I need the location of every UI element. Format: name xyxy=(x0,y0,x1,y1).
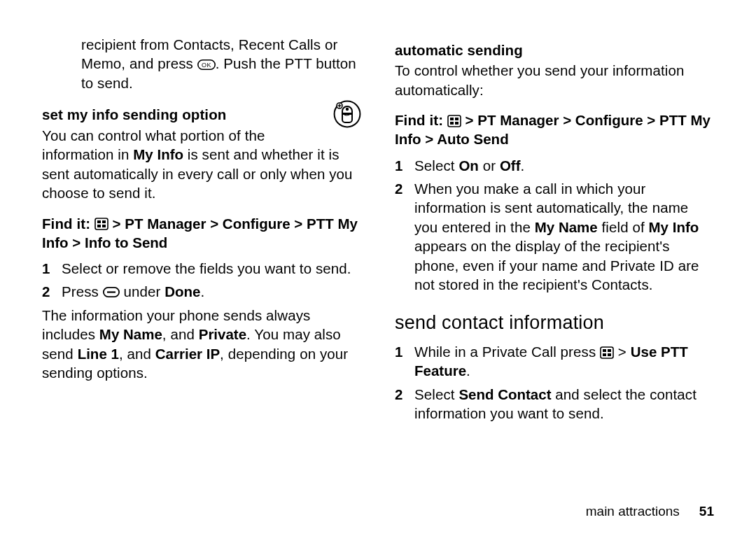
ui-label-done: Done xyxy=(164,283,200,299)
step-text: Press under Done. xyxy=(62,282,361,301)
paragraph: You can control what portion of the info… xyxy=(42,126,361,203)
find-it-label: Find it: xyxy=(42,216,94,232)
right-column: automatic sending To control whether you… xyxy=(395,35,714,508)
step-text: Select or remove the fields you want to … xyxy=(62,259,361,278)
svg-text:OK: OK xyxy=(202,62,211,69)
svg-rect-11 xyxy=(102,225,106,227)
left-column: recipient from Contacts, Recent Calls or… xyxy=(42,35,361,508)
list-item: 1 While in a Private Call press > Use PT… xyxy=(395,342,714,381)
step-number: 2 xyxy=(42,282,62,301)
svg-rect-14 xyxy=(448,115,461,127)
svg-rect-22 xyxy=(603,353,606,356)
step-text: When you make a call in which your infor… xyxy=(414,179,714,295)
ui-label-my-info: My Info xyxy=(649,219,699,235)
step-text: While in a Private Call press > Use PTT … xyxy=(414,342,714,381)
ui-label-send-contact: Send Contact xyxy=(458,386,551,402)
text: . xyxy=(200,283,204,299)
menu-key-icon xyxy=(447,115,461,127)
softkey-icon xyxy=(103,287,120,297)
list-item: 2 Select Send Contact and select the con… xyxy=(395,385,714,423)
svg-rect-8 xyxy=(97,220,101,223)
find-it-label: Find it: xyxy=(395,112,447,128)
ui-label-line1: Line 1 xyxy=(78,346,119,362)
paragraph: The information your phone sends always … xyxy=(42,306,361,383)
svg-rect-18 xyxy=(455,122,458,125)
ok-key-icon: OK xyxy=(197,59,216,70)
text: or xyxy=(479,157,500,174)
text: under xyxy=(120,283,165,299)
step-number: 1 xyxy=(42,259,62,278)
svg-rect-7 xyxy=(95,218,108,230)
manual-page: recipient from Contacts, Recent Calls or… xyxy=(0,0,756,536)
text: Press xyxy=(62,283,103,299)
ui-label-off: Off xyxy=(500,157,521,174)
svg-rect-19 xyxy=(601,347,613,358)
step-number: 1 xyxy=(395,342,414,381)
page-footer: main attractions 51 xyxy=(586,504,714,519)
svg-rect-16 xyxy=(455,118,458,120)
list-item: 1 Select or remove the fields you want t… xyxy=(42,259,361,278)
text: Select xyxy=(414,386,458,402)
step-text: Select On or Off. xyxy=(414,156,714,175)
svg-point-6 xyxy=(346,108,349,111)
svg-rect-9 xyxy=(102,220,106,223)
menu-key-icon xyxy=(600,346,614,359)
svg-rect-20 xyxy=(603,349,606,352)
text: , and xyxy=(119,346,155,362)
ui-label-private: Private xyxy=(199,326,246,342)
step-number: 2 xyxy=(395,179,414,295)
text: , and xyxy=(162,326,199,342)
ui-label-my-name: My Name xyxy=(535,219,598,235)
ordered-list: 1 Select or remove the fields you want t… xyxy=(42,259,361,302)
find-it-path: Find it: > PT Manager > Configure > PTT … xyxy=(395,111,714,148)
page-number: 51 xyxy=(699,504,714,519)
text: > xyxy=(614,344,631,360)
svg-rect-17 xyxy=(450,122,454,125)
svg-rect-10 xyxy=(97,225,101,227)
section-title: main attractions xyxy=(586,504,680,519)
svg-rect-23 xyxy=(608,353,611,356)
heading-send-contact-info: send contact information xyxy=(395,310,714,335)
menu-key-icon xyxy=(94,218,108,230)
text: Select xyxy=(414,157,458,174)
text: While in a Private Call press xyxy=(414,344,600,360)
step-number: 2 xyxy=(395,385,414,423)
list-item: 2 Press under Done. xyxy=(42,282,361,301)
text: . xyxy=(520,157,524,174)
step-text: Select Send Contact and select the conta… xyxy=(414,385,714,423)
ui-label-my-name: My Name xyxy=(99,326,162,342)
ui-label-on: On xyxy=(458,157,478,174)
svg-rect-21 xyxy=(608,349,611,352)
heading-set-my-info: set my info sending option xyxy=(42,105,361,124)
heading-automatic-sending: automatic sending xyxy=(395,41,714,59)
ordered-list: 1 While in a Private Call press > Use PT… xyxy=(395,342,714,423)
ui-label-carrier-ip: Carrier IP xyxy=(155,346,220,362)
list-item: 2 When you make a call in which your inf… xyxy=(395,179,714,295)
text: field of xyxy=(598,219,649,235)
paragraph: To control whether you send your informa… xyxy=(395,61,714,99)
text: . xyxy=(466,362,470,379)
intro-paragraph: recipient from Contacts, Recent Calls or… xyxy=(42,35,361,92)
feature-availability-icon xyxy=(333,100,361,128)
list-item: 1 Select On or Off. xyxy=(395,156,714,175)
ordered-list: 1 Select On or Off. 2 When you make a ca… xyxy=(395,156,714,295)
text: appears on the display of the recipient'… xyxy=(414,238,699,292)
find-it-path: Find it: > PT Manager > Configure > PTT … xyxy=(42,214,361,252)
svg-rect-15 xyxy=(450,118,454,120)
step-number: 1 xyxy=(395,156,414,175)
ui-label-my-info: My Info xyxy=(133,146,183,162)
